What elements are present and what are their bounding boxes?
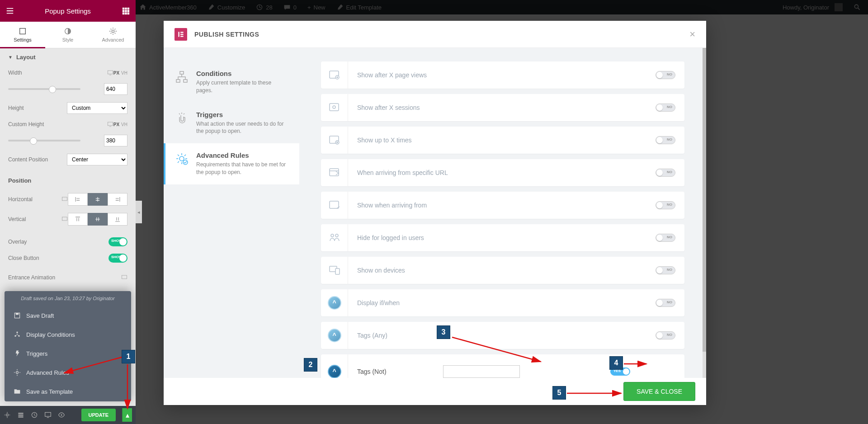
desktop-icon[interactable] — [61, 216, 68, 222]
svg-rect-43 — [330, 104, 339, 111]
unit-px[interactable]: PX — [113, 71, 119, 75]
content-position-select[interactable]: Center — [67, 154, 127, 165]
settings-icon[interactable] — [4, 411, 11, 419]
svg-rect-30 — [45, 412, 51, 416]
tab-settings[interactable]: Settings — [0, 22, 45, 48]
history-icon[interactable] — [31, 411, 38, 419]
widgets-icon[interactable] — [121, 6, 130, 15]
panel-header: Popup Settings — [0, 0, 136, 22]
save-draft-label: Save Draft — [26, 312, 54, 319]
modal-sidebar: ConditionsApply current template to thes… — [164, 48, 299, 378]
display-if-toggle[interactable]: NO — [656, 299, 675, 307]
url-toggle[interactable]: NO — [656, 169, 675, 177]
tags-not-label: Tags (Not) — [348, 368, 443, 375]
custom-height-row: Custom Height PXVH — [0, 118, 136, 131]
height-select[interactable]: Custom — [67, 102, 127, 114]
svg-rect-2 — [123, 8, 125, 10]
update-button[interactable]: UPDATE — [81, 409, 116, 421]
tags-not-input[interactable] — [443, 365, 520, 378]
svg-rect-34 — [180, 33, 183, 34]
arriving-from-label: Show when arriving from — [348, 202, 646, 209]
desktop-icon[interactable] — [61, 196, 68, 203]
save-draft-item[interactable]: Save Draft — [6, 306, 129, 325]
display-conditions-label: Display Conditions — [26, 331, 75, 338]
scrollbar[interactable] — [703, 48, 706, 378]
align-center[interactable] — [88, 193, 108, 206]
custom-height-input[interactable] — [104, 135, 127, 146]
unit-vh[interactable]: VH — [121, 71, 127, 75]
save-close-button[interactable]: SAVE & CLOSE — [623, 382, 695, 401]
unit-px[interactable]: PX — [113, 122, 119, 127]
close-button-label: Close Button — [8, 255, 108, 261]
devices-toggle[interactable]: NO — [656, 266, 675, 274]
annotation-5: 5 — [552, 386, 566, 400]
tab-settings-label: Settings — [14, 37, 32, 42]
tags-any-toggle[interactable]: NO — [656, 331, 675, 339]
svg-point-25 — [6, 414, 9, 416]
desktop-icon[interactable] — [107, 121, 113, 127]
horizontal-row: Horizontal — [0, 189, 136, 209]
arriving-from-toggle[interactable]: NO — [656, 201, 675, 209]
navigator-icon[interactable] — [17, 411, 24, 419]
modal-title: PUBLISH SETTINGS — [194, 31, 259, 38]
page-views-toggle[interactable]: NO — [656, 71, 675, 79]
align-left[interactable] — [68, 193, 88, 206]
desktop-icon[interactable] — [107, 70, 113, 76]
responsive-icon[interactable] — [44, 411, 52, 419]
sessions-toggle[interactable]: NO — [656, 104, 675, 112]
height-row: Height Custom — [0, 99, 136, 118]
svg-rect-32 — [178, 32, 179, 37]
preview-icon[interactable] — [58, 411, 65, 419]
custom-height-slider[interactable] — [8, 140, 80, 141]
align-right[interactable] — [108, 193, 127, 206]
page-views-icon — [321, 61, 348, 89]
close-button-toggle[interactable]: SHOW — [108, 254, 127, 263]
arriving-from-icon — [321, 192, 348, 219]
desktop-icon[interactable] — [121, 274, 127, 281]
vertical-row: Vertical — [0, 209, 136, 229]
tags-any-icon: ^ — [321, 322, 348, 349]
save-close-label: SAVE & CLOSE — [637, 388, 682, 395]
annotation-3: 3 — [437, 325, 450, 339]
svg-rect-48 — [330, 201, 339, 208]
overlay-toggle[interactable]: SHOW — [108, 237, 127, 246]
sidebar-item-conditions[interactable]: ConditionsApply current template to thes… — [164, 61, 299, 103]
unit-vh[interactable]: VH — [121, 122, 127, 127]
rule-url: When arriving from specific URL NO — [321, 159, 684, 186]
svg-rect-3 — [125, 8, 127, 10]
svg-rect-7 — [127, 10, 130, 12]
tab-style-label: Style — [62, 37, 73, 42]
tab-advanced[interactable]: Advanced — [90, 22, 136, 48]
svg-rect-11 — [20, 28, 26, 34]
page-views-label: Show after X page views — [348, 71, 646, 79]
url-icon — [321, 159, 348, 186]
save-template-item[interactable]: Save as Template — [6, 382, 129, 400]
close-icon[interactable]: × — [689, 28, 695, 40]
height-label: Height — [8, 105, 67, 111]
panel-collapse-toggle[interactable]: ◂ — [136, 201, 142, 223]
svg-point-50 — [335, 234, 338, 237]
modal-footer: SAVE & CLOSE — [164, 378, 706, 405]
tab-style[interactable]: Style — [45, 22, 90, 48]
times-toggle[interactable]: NO — [656, 136, 675, 144]
conditions-title: Conditions — [196, 70, 288, 77]
layout-section-toggle[interactable]: ▼Layout — [0, 48, 136, 66]
display-conditions-item[interactable]: Display Conditions — [6, 325, 129, 344]
width-input[interactable] — [104, 83, 127, 95]
vertical-label: Vertical — [8, 216, 61, 222]
width-slider[interactable] — [8, 88, 80, 90]
rule-arriving-from: Show when arriving from NO — [321, 192, 684, 219]
logged-in-toggle[interactable]: NO — [656, 234, 675, 242]
align-middle[interactable] — [88, 213, 108, 226]
arrow-5 — [566, 390, 625, 397]
sidebar-item-triggers[interactable]: TriggersWhat action the user needs to do… — [164, 103, 299, 144]
entrance-anim-label: Entrance Animation — [8, 274, 121, 281]
sidebar-item-advanced-rules[interactable]: Advanced RulesRequirements that have to … — [164, 143, 299, 184]
align-bottom[interactable] — [108, 213, 127, 226]
rule-times: Show up to X times NO — [321, 127, 684, 154]
logged-in-icon — [321, 224, 348, 251]
align-top[interactable] — [68, 213, 88, 226]
menu-icon[interactable] — [5, 6, 14, 15]
svg-rect-14 — [108, 71, 113, 74]
display-if-icon: ^ — [321, 289, 348, 316]
